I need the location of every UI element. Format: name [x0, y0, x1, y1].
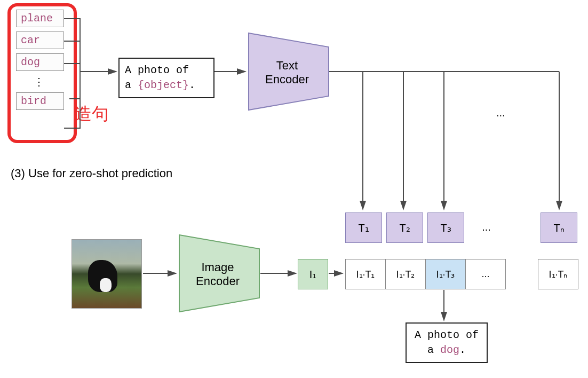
- similarity-score-row: I₁·T₁ I₁·T₂ I₁·T₃ ... I₁·Tₙ: [345, 259, 578, 289]
- image-embedding-i1: I₁: [298, 259, 328, 289]
- score-i1t3-highlighted: I₁·T₃: [425, 259, 466, 289]
- text-embedding-t2: T₂: [386, 212, 423, 243]
- dog-chest: [100, 278, 112, 292]
- input-image: [71, 239, 142, 309]
- score-i1t1: I₁·T₁: [345, 259, 386, 289]
- prompt-template-box: A photo of a {object}.: [118, 58, 214, 98]
- text-encoder-label: Text Encoder: [260, 59, 314, 86]
- result-line2-prefix: a: [427, 344, 440, 356]
- result-line2-suffix: .: [459, 344, 466, 356]
- encoder-output-ellipsis: ...: [496, 107, 505, 119]
- text-embedding-row: T₁ T₂ T₃ ... Tₙ: [345, 212, 577, 243]
- prompt-line1: A photo of: [125, 64, 189, 76]
- result-line1: A photo of: [415, 329, 479, 341]
- text-embedding-ellipsis: ...: [468, 212, 504, 242]
- text-embedding-tn: Tₙ: [541, 212, 577, 243]
- prompt-object-placeholder: {object}: [138, 79, 189, 91]
- image-encoder-label: Image Encoder: [191, 261, 244, 288]
- step-caption: (3) Use for zero-shot prediction: [11, 167, 172, 180]
- score-ellipsis: ...: [465, 259, 506, 289]
- prompt-line2-prefix: a: [125, 79, 138, 91]
- text-embedding-t1: T₁: [345, 212, 382, 243]
- prompt-line2-suffix: .: [189, 79, 195, 91]
- text-embedding-t3: T₃: [427, 212, 464, 243]
- result-object: dog: [440, 344, 459, 356]
- score-i1t2: I₁·T₂: [385, 259, 426, 289]
- score-i1tn: I₁·Tₙ: [538, 259, 578, 289]
- prediction-result-box: A photo of a dog.: [406, 322, 488, 363]
